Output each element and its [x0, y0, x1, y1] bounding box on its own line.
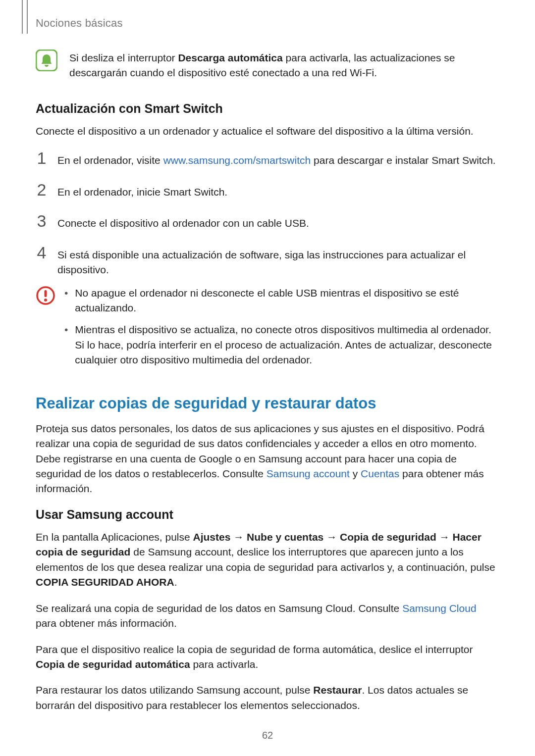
steps-list: 1 En el ordenador, visite www.samsung.co… — [36, 150, 499, 277]
backup-intro: Proteja sus datos personales, los datos … — [36, 421, 499, 497]
caution-note: • No apague el ordenador ni desconecte e… — [36, 286, 499, 375]
note-prefix: Si desliza el interruptor — [69, 52, 178, 63]
info-note: Si desliza el interruptor Descarga autom… — [36, 50, 499, 81]
p3-a: Para que el dispositivo realice la copia… — [36, 644, 473, 655]
p2-b: para obtener más información. — [36, 617, 177, 629]
p1-b5: COPIA SEGURIDAD AHORA — [36, 576, 174, 588]
step-number: 2 — [36, 181, 48, 198]
warning-icon — [36, 286, 55, 305]
step-4: 4 Si está disponible una actualización d… — [36, 244, 499, 278]
bullet-text: No apague el ordenador ni desconecte el … — [75, 286, 499, 316]
step-3: 3 Conecte el dispositivo al ordenador co… — [36, 212, 499, 231]
p3-bold: Copia de seguridad automática — [36, 658, 190, 670]
header-rule-decoration — [22, 0, 28, 34]
caution-bullet-2: • Mientras el dispositivo se actualiza, … — [64, 322, 499, 367]
bullet-text: Mientras el dispositivo se actualiza, no… — [75, 322, 499, 367]
p1-b1: Ajustes — [193, 531, 231, 543]
bell-icon — [36, 50, 57, 71]
caution-bullets: • No apague el ordenador ni desconecte e… — [64, 286, 499, 375]
p1-b3: Copia de seguridad — [340, 531, 436, 543]
step1-pre: En el ordenador, visite — [57, 154, 163, 166]
samsung-account-p2: Se realizará una copia de seguridad de l… — [36, 601, 499, 631]
heading-smart-switch: Actualización con Smart Switch — [36, 101, 499, 116]
samsung-account-p1: En la pantalla Aplicaciones, pulse Ajust… — [36, 530, 499, 590]
info-note-text: Si desliza el interruptor Descarga autom… — [69, 50, 499, 81]
caution-bullet-1: • No apague el ordenador ni desconecte e… — [64, 286, 499, 316]
step-text: Conecte el dispositivo al ordenador con … — [57, 216, 499, 231]
step-number: 1 — [36, 150, 48, 166]
p2-a: Se realizará una copia de seguridad de l… — [36, 603, 402, 614]
p4-bold: Restaurar — [313, 684, 362, 696]
bullet-dot-icon: • — [64, 322, 68, 367]
content-area: Si desliza el interruptor Descarga autom… — [36, 50, 499, 724]
p1-b2: Nube y cuentas — [247, 531, 323, 543]
page-number: 62 — [0, 730, 535, 741]
step-text: En el ordenador, visite www.samsung.com/… — [57, 153, 499, 168]
p1-a: En la pantalla Aplicaciones, pulse — [36, 531, 193, 543]
step-text: En el ordenador, inicie Smart Switch. — [57, 185, 499, 200]
step-number: 3 — [36, 212, 48, 229]
arrow: → — [230, 531, 247, 543]
p1-d: . — [174, 576, 177, 588]
bullet-dot-icon: • — [64, 286, 68, 316]
samsung-account-p4: Para restaurar los datos utilizando Sams… — [36, 683, 499, 713]
svg-point-3 — [44, 299, 47, 302]
svg-rect-2 — [45, 290, 47, 297]
samsung-cloud-link[interactable]: Samsung Cloud — [402, 603, 476, 614]
step-2: 2 En el ordenador, inicie Smart Switch. — [36, 181, 499, 200]
step-number: 4 — [36, 244, 48, 261]
smart-switch-intro: Conecte el dispositivo a un ordenador y … — [36, 124, 499, 139]
arrow: → — [436, 531, 453, 543]
step-1: 1 En el ordenador, visite www.samsung.co… — [36, 150, 499, 168]
step1-post: para descargar e instalar Smart Switch. — [311, 154, 496, 166]
smartswitch-link[interactable]: www.samsung.com/smartswitch — [163, 154, 311, 166]
samsung-account-link[interactable]: Samsung account — [267, 468, 350, 479]
note-bold: Descarga automática — [178, 52, 282, 63]
step-text: Si está disponible una actualización de … — [57, 248, 499, 278]
backup-intro-mid: y — [350, 468, 361, 479]
p3-b: para activarla. — [190, 658, 259, 670]
heading-backup-restore: Realizar copias de seguridad y restaurar… — [36, 395, 499, 412]
cuentas-link[interactable]: Cuentas — [361, 468, 399, 479]
samsung-account-p3: Para que el dispositivo realice la copia… — [36, 642, 499, 672]
breadcrumb: Nociones básicas — [36, 17, 123, 30]
p4-a: Para restaurar los datos utilizando Sams… — [36, 684, 313, 696]
heading-samsung-account: Usar Samsung account — [36, 507, 499, 522]
page: Nociones básicas Si desliza el interrupt… — [0, 0, 535, 756]
arrow: → — [323, 531, 340, 543]
